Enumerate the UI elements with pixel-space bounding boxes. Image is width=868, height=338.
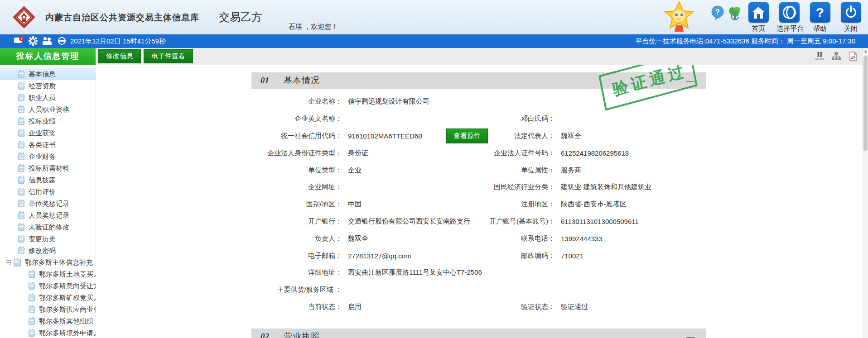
field-value: 服务商 [555,166,706,175]
field-label: 当前状态： [251,303,342,311]
field-value: 91610102MA6TTEED6B 查看原件 [342,129,478,143]
sidebar-item[interactable]: 鄂尔多斯其他组织 [0,315,96,327]
sidebar-item[interactable]: 投标业绩 [0,115,96,127]
field-label: 主要供货/服务区域 ： [251,286,342,294]
field-value: 中国 [342,200,478,209]
help-bubble-icon[interactable]: ? [710,5,725,21]
comment-icon[interactable] [14,36,23,46]
collapse-section-icon[interactable]: — [686,328,694,338]
sidebar-item[interactable]: 投标所需材料 [0,162,96,174]
sidebar-item[interactable]: 鄂尔多斯主体信息补充 [0,257,96,268]
sidebar-item-label: 人员职业资格 [29,105,69,114]
field-label: 企业名称： [251,97,342,106]
sidebar-item-label: 鄂尔多斯供应商业务类型 [39,305,96,314]
field-value-text: 信宇腾远规划设计有限公司 [348,97,429,106]
sidebar-item[interactable]: 鄂尔多斯境外申请人 [0,327,96,338]
sidebar-item[interactable]: 变更历史 [0,233,96,245]
form-row: 国别/地区： 中国 注册地区： 陕西省-西安市-雁塔区 [251,196,706,213]
vertical-scrollbar[interactable] [863,48,868,338]
field-label: 负责人： [251,234,342,243]
sidebar-item[interactable]: 信息披露 [0,174,96,186]
service-info: 平台统一技术服务电话:0471-5332636 服务时间： 周一至周五 9:00… [636,34,855,48]
sidebar-item-label: 鄂尔多斯境外申请人 [39,329,96,338]
section-header-business-license: 02 营业执照 — [251,328,706,338]
notebook-icon [18,177,24,184]
sidebar-item-label: 未验证的修改 [29,223,69,232]
user-greeting: 石瑛 ，欢迎您！ [289,23,338,31]
users-icon[interactable] [43,36,52,46]
field-value-text: 交通银行股份有限公司西安长安南路支行 [348,217,470,226]
sidebar-item[interactable]: 单位奖惩记录 [0,198,96,209]
toolbar-button[interactable]: 修改信息 [98,49,141,63]
header-nav-button[interactable]: 帮助 [807,2,833,33]
sidebar-item[interactable]: 鄂尔多斯土地竞买人 [0,268,96,280]
sidebar-item[interactable]: 各类证书 [0,139,96,151]
globe-icon[interactable] [57,36,67,46]
field-value-text: 魏双全 [348,234,368,243]
sidebar-item[interactable]: 未验证的修改 [0,221,96,233]
tree-icon[interactable] [728,5,742,21]
scroll-up-arrow-icon[interactable] [863,48,868,55]
sidebar-item-label: 鄂尔多斯主体信息补充 [25,258,93,267]
header-nav-button[interactable]: 选择平台 [776,2,802,33]
toolbar-button[interactable]: 电子件查看 [144,49,193,63]
sidebar-item[interactable]: 经营资质 [0,80,96,92]
sidebar-item[interactable]: 基本信息 [0,68,96,80]
field-label: 企业英文名称： [251,114,342,123]
nav-label: 选择平台 [776,24,802,33]
sidebar-item[interactable]: 信用评价 [0,186,96,198]
section-title: 基本情况 [284,75,320,86]
sidebar-item[interactable]: 人员奖惩记录 [0,209,96,221]
field-value: 陕西省-西安市-雁塔区 [555,200,706,209]
header-nav-button[interactable]: 首页 [746,2,771,33]
field-value: 西安曲江新区雁展路1111号莱安中心T7-2506 [342,268,478,277]
sidebar-item-label: 企业财务 [29,152,56,161]
orgchart-icon[interactable] [831,51,841,62]
sidebar-item[interactable]: 鄂尔多斯供应商业务类型 [0,304,96,315]
sidebar-item[interactable]: 企业财务 [0,151,96,162]
gear-icon[interactable] [28,36,38,46]
notebook-icon [18,83,24,90]
toolbar-buttons: 修改信息 电子件查看 [98,49,193,63]
sidebar-item-label: 变更历史 [29,235,56,243]
field-value: 启用 [342,303,478,311]
field-label: 单位类型： [251,166,342,175]
form-row: 当前状态： 启用 验证状态： 验证通过 [251,299,706,316]
module-title: 投标人信息管理 [0,48,96,65]
form-row: 电子邮箱： 272813127@qq.com 邮政编码： 710021 [251,247,706,264]
notebook-icon [29,283,35,290]
field-value: 611301131013000509611 [555,218,706,225]
nav-label: 帮助 [807,24,833,33]
header-nav-button[interactable]: 关闭 [838,2,863,33]
header-nav: 首页 选择平台 帮助 关闭 [746,2,863,33]
sidebar-item[interactable]: 鄂尔多斯意向受让方 [0,280,96,292]
sidebar-item-label: 各类证书 [29,141,56,149]
notebook-icon [18,95,24,101]
sidebar-item[interactable]: 职业人员 [0,92,96,104]
pdf-export-icon[interactable] [848,51,858,62]
sidebar-item[interactable]: 企业获奖 [0,127,96,139]
sidebar-item[interactable]: 修改密码 [0,245,96,257]
sidebar-item[interactable]: 鄂尔多斯矿权竞买人 [0,292,96,304]
sidebar-item-label: 鄂尔多斯其他组织 [39,317,93,326]
field-value-text: 272813127@qq.com [348,252,411,260]
top-header: 内蒙古自治区公共资源交易主体信息库 交易乙方 石瑛 ，欢迎您！ ? [0,0,868,34]
info-bar-icons [14,36,67,46]
nav-label: 关闭 [838,24,863,33]
history-icon[interactable]: HHISTORY [815,51,825,62]
field-value-text: 身份证 [348,149,368,157]
field-label: 开户账号(基本账号)： [478,217,555,226]
sidebar-item-label: 经营资质 [29,82,56,90]
scrollbar-thumb[interactable] [863,56,868,151]
sidebar-item-label: 投标所需材料 [29,164,69,173]
field-label: 详细地址： [251,268,342,277]
sidebar-item-label: 职业人员 [29,94,56,102]
sidebar-item-label: 人员奖惩记录 [29,211,69,220]
collapse-toggle-icon[interactable] [6,260,11,265]
field-value-text: 启用 [348,303,362,311]
svg-text:?: ? [715,8,720,16]
notebook-icon [18,224,24,231]
sidebar-item-label: 单位奖惩记录 [29,200,69,208]
sidebar-item[interactable]: 人员职业资格 [0,104,96,115]
field-label: 国民经济行业分类： [478,183,555,191]
